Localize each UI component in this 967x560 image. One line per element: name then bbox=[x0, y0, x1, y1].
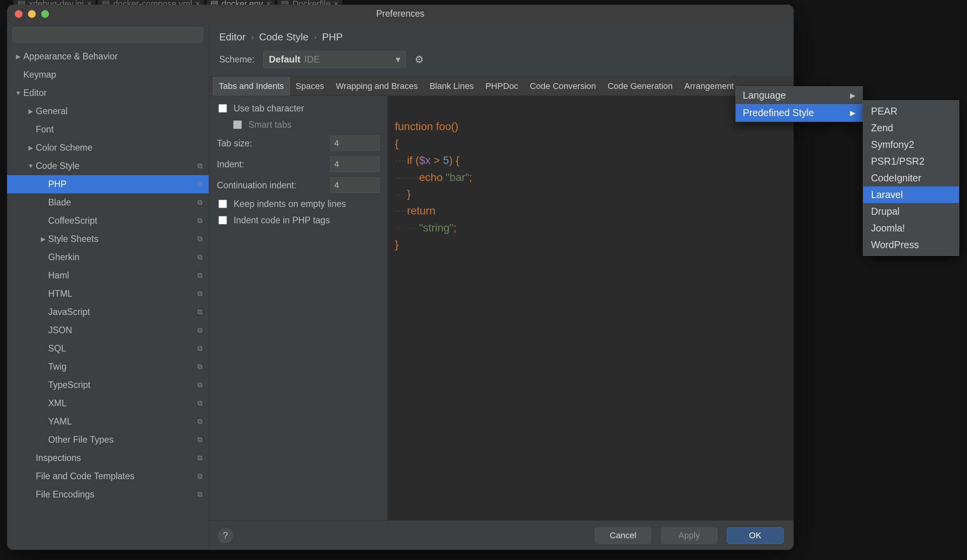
sidebar-item-label: Blade bbox=[48, 197, 71, 208]
scheme-name: Default bbox=[269, 54, 300, 65]
tab-wrapping-and-braces[interactable]: Wrapping and Braces bbox=[330, 77, 424, 96]
sidebar-item-code-style[interactable]: ▼Code Style⧉ bbox=[7, 157, 209, 175]
tab-blank-lines[interactable]: Blank Lines bbox=[424, 77, 480, 96]
copy-icon: ⧉ bbox=[197, 162, 202, 170]
window-controls bbox=[15, 10, 49, 18]
sidebar-item-label: SQL bbox=[48, 343, 66, 354]
settings-tree[interactable]: ▶Appearance & BehaviorKeymap▼Editor▶Gene… bbox=[7, 47, 209, 550]
tab-size-input[interactable] bbox=[330, 136, 380, 151]
tab-phpdoc[interactable]: PHPDoc bbox=[480, 77, 524, 96]
smart-tabs-checkbox[interactable]: Smart tabs bbox=[217, 119, 380, 130]
menu-item-joomla-[interactable]: Joomla! bbox=[863, 220, 959, 237]
maximize-icon[interactable] bbox=[41, 10, 49, 18]
breadcrumb-item[interactable]: PHP bbox=[322, 31, 342, 43]
sidebar-item-label: File Encodings bbox=[36, 489, 94, 500]
sidebar-item-label: Other File Types bbox=[48, 435, 113, 445]
main-panel: Editor›Code Style›PHP Scheme: Default ID… bbox=[209, 23, 794, 550]
sidebar-item-typescript[interactable]: TypeScript⧉ bbox=[7, 376, 209, 394]
copy-icon: ⧉ bbox=[197, 490, 202, 499]
sidebar-item-general[interactable]: ▶General bbox=[7, 102, 209, 120]
menu-item-pear[interactable]: PEAR bbox=[863, 103, 959, 120]
chevron-right-icon: ▶ bbox=[850, 109, 855, 117]
sidebar-item-coffeescript[interactable]: CoffeeScript⧉ bbox=[7, 212, 209, 230]
copy-icon: ⧉ bbox=[197, 253, 202, 261]
copy-icon: ⧉ bbox=[197, 326, 202, 334]
gear-icon[interactable]: ⚙ bbox=[415, 54, 424, 66]
breadcrumb-item[interactable]: Editor bbox=[219, 31, 246, 43]
sidebar-item-javascript[interactable]: JavaScript⧉ bbox=[7, 303, 209, 321]
close-icon[interactable] bbox=[15, 10, 23, 18]
predefined-style-menu[interactable]: PEARZendSymfony2PSR1/PSR2CodeIgniterLara… bbox=[863, 100, 959, 256]
chevron-right-icon: › bbox=[251, 33, 254, 42]
use-tab-char-box[interactable] bbox=[218, 104, 227, 113]
apply-button[interactable]: Apply bbox=[661, 527, 717, 544]
chevron-right-icon: ▶ bbox=[850, 91, 855, 100]
search-input[interactable] bbox=[12, 27, 203, 43]
menu-item-laravel[interactable]: Laravel bbox=[863, 186, 959, 203]
scheme-select[interactable]: Default IDE ▾ bbox=[263, 51, 406, 68]
cont-indent-input[interactable] bbox=[330, 177, 380, 193]
indent-row: Indent: bbox=[217, 157, 380, 172]
sidebar-item-inspections[interactable]: Inspections⧉ bbox=[7, 449, 209, 467]
use-tab-char-checkbox[interactable]: Use tab character bbox=[217, 103, 380, 114]
menu-item-language[interactable]: Language▶ bbox=[736, 87, 862, 104]
indent-input[interactable] bbox=[330, 157, 380, 172]
indent-php-box[interactable] bbox=[218, 216, 227, 224]
cancel-button[interactable]: Cancel bbox=[595, 527, 651, 544]
menu-item-wordpress[interactable]: WordPress bbox=[863, 237, 959, 253]
tab-arrangement[interactable]: Arrangement bbox=[679, 77, 740, 96]
sidebar-item-json[interactable]: JSON⧉ bbox=[7, 321, 209, 339]
sidebar-item-label: File and Code Templates bbox=[36, 471, 134, 482]
help-button[interactable]: ? bbox=[218, 528, 233, 543]
tab-tabs-and-indents[interactable]: Tabs and Indents bbox=[213, 77, 290, 96]
tab-code-conversion[interactable]: Code Conversion bbox=[524, 77, 602, 96]
code-style-tabs: Tabs and IndentsSpacesWrapping and Brace… bbox=[209, 77, 794, 96]
sidebar-item-label: Haml bbox=[48, 270, 69, 281]
disclosure-icon: ▶ bbox=[38, 235, 48, 243]
sidebar-item-sql[interactable]: SQL⧉ bbox=[7, 339, 209, 358]
indent-php-checkbox[interactable]: Indent code in PHP tags bbox=[217, 215, 380, 226]
tab-spaces[interactable]: Spaces bbox=[290, 77, 330, 96]
menu-item-predefined-style[interactable]: Predefined Style▶ bbox=[736, 104, 862, 122]
minimize-icon[interactable] bbox=[28, 10, 36, 18]
content: Use tab character Smart tabs Tab size: I… bbox=[209, 96, 794, 520]
sidebar-item-yaml[interactable]: YAML⧉ bbox=[7, 412, 209, 431]
sidebar-item-keymap[interactable]: Keymap bbox=[7, 66, 209, 84]
sidebar-item-other-file-types[interactable]: Other File Types⧉ bbox=[7, 431, 209, 449]
sidebar-item-font[interactable]: Font bbox=[7, 120, 209, 139]
sidebar-item-gherkin[interactable]: Gherkin⧉ bbox=[7, 248, 209, 266]
keep-indents-label: Keep indents on empty lines bbox=[234, 199, 346, 209]
sidebar-item-html[interactable]: HTML⧉ bbox=[7, 285, 209, 303]
sidebar-item-editor[interactable]: ▼Editor bbox=[7, 84, 209, 102]
sidebar-item-blade[interactable]: Blade⧉ bbox=[7, 193, 209, 212]
menu-item-zend[interactable]: Zend bbox=[863, 120, 959, 136]
copy-icon: ⧉ bbox=[197, 363, 202, 371]
menu-item-psr1-psr2[interactable]: PSR1/PSR2 bbox=[863, 153, 959, 170]
breadcrumb-item[interactable]: Code Style bbox=[259, 31, 309, 43]
sidebar-item-twig[interactable]: Twig⧉ bbox=[7, 358, 209, 376]
sidebar-item-appearance-behavior[interactable]: ▶Appearance & Behavior bbox=[7, 47, 209, 66]
smart-tabs-box[interactable] bbox=[233, 120, 242, 129]
menu-item-symfony2[interactable]: Symfony2 bbox=[863, 136, 959, 153]
smart-tabs-label: Smart tabs bbox=[248, 120, 291, 130]
menu-item-codeigniter[interactable]: CodeIgniter bbox=[863, 170, 959, 186]
sidebar-item-label: Code Style bbox=[36, 161, 80, 171]
ok-button[interactable]: OK bbox=[727, 527, 784, 544]
scheme-row: Scheme: Default IDE ▾ ⚙ bbox=[209, 47, 794, 77]
keep-indents-box[interactable] bbox=[218, 200, 227, 208]
disclosure-icon: ▶ bbox=[26, 144, 36, 151]
set-from-menu[interactable]: Language▶Predefined Style▶ bbox=[735, 86, 863, 122]
keep-indents-checkbox[interactable]: Keep indents on empty lines bbox=[217, 198, 380, 209]
copy-icon: ⧉ bbox=[197, 217, 202, 225]
sidebar-item-color-scheme[interactable]: ▶Color Scheme bbox=[7, 139, 209, 157]
sidebar-item-file-and-code-templates[interactable]: File and Code Templates⧉ bbox=[7, 467, 209, 485]
sidebar-item-xml[interactable]: XML⧉ bbox=[7, 394, 209, 412]
cont-indent-row: Continuation indent: bbox=[217, 177, 380, 193]
tab-code-generation[interactable]: Code Generation bbox=[602, 77, 679, 96]
sidebar-item-file-encodings[interactable]: File Encodings⧉ bbox=[7, 485, 209, 504]
sidebar-item-style-sheets[interactable]: ▶Style Sheets⧉ bbox=[7, 230, 209, 248]
sidebar-item-php[interactable]: PHP⧉ bbox=[7, 175, 209, 193]
sidebar-item-label: XML bbox=[48, 398, 66, 409]
sidebar-item-haml[interactable]: Haml⧉ bbox=[7, 266, 209, 285]
menu-item-drupal[interactable]: Drupal bbox=[863, 203, 959, 220]
